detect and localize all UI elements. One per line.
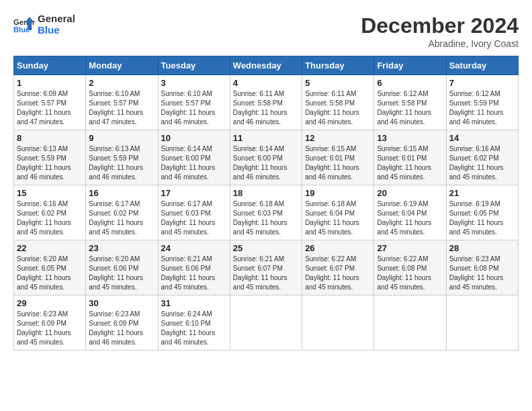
day-number: 2: [89, 78, 154, 88]
calendar-cell: 28 Sunrise: 6:23 AMSunset: 6:08 PMDaylig…: [446, 240, 518, 295]
day-info: Sunrise: 6:11 AMSunset: 5:58 PMDaylight:…: [305, 89, 371, 127]
logo-icon: General Blue: [13, 14, 35, 36]
calendar-cell: 15 Sunrise: 6:16 AMSunset: 6:02 PMDaylig…: [14, 185, 86, 240]
calendar-header-row: SundayMondayTuesdayWednesdayThursdayFrid…: [14, 56, 519, 75]
day-number: 23: [89, 243, 154, 253]
day-info: Sunrise: 6:22 AMSunset: 6:07 PMDaylight:…: [305, 255, 371, 292]
day-info: Sunrise: 6:15 AMSunset: 6:01 PMDaylight:…: [305, 144, 371, 182]
calendar-cell: 31 Sunrise: 6:24 AMSunset: 6:10 PMDaylig…: [158, 295, 230, 351]
day-number: 16: [89, 188, 154, 198]
day-number: 8: [17, 133, 83, 143]
day-number: 7: [449, 78, 515, 88]
calendar-cell: 25 Sunrise: 6:21 AMSunset: 6:07 PMDaylig…: [230, 240, 302, 295]
logo: General Blue General Blue: [13, 13, 75, 36]
calendar-cell: 22 Sunrise: 6:20 AMSunset: 6:05 PMDaylig…: [14, 240, 86, 295]
day-number: 30: [89, 298, 154, 308]
calendar-cell: [374, 295, 446, 351]
day-number: 15: [17, 188, 83, 198]
calendar-cell: 1 Sunrise: 6:09 AMSunset: 5:57 PMDayligh…: [14, 75, 86, 130]
calendar-week-row: 8 Sunrise: 6:13 AMSunset: 5:59 PMDayligh…: [14, 130, 519, 185]
day-info: Sunrise: 6:10 AMSunset: 5:57 PMDaylight:…: [161, 89, 227, 127]
day-info: Sunrise: 6:17 AMSunset: 6:03 PMDaylight:…: [161, 199, 227, 237]
day-header-thursday: Thursday: [302, 56, 374, 75]
day-number: 31: [161, 298, 227, 308]
calendar-cell: 5 Sunrise: 6:11 AMSunset: 5:58 PMDayligh…: [302, 75, 374, 130]
calendar-cell: [230, 295, 302, 351]
calendar-cell: 3 Sunrise: 6:10 AMSunset: 5:57 PMDayligh…: [158, 75, 230, 130]
day-info: Sunrise: 6:19 AMSunset: 6:05 PMDaylight:…: [449, 199, 515, 237]
day-info: Sunrise: 6:23 AMSunset: 6:09 PMDaylight:…: [17, 310, 83, 347]
day-info: Sunrise: 6:12 AMSunset: 5:58 PMDaylight:…: [377, 89, 443, 127]
day-info: Sunrise: 6:13 AMSunset: 5:59 PMDaylight:…: [89, 144, 154, 182]
calendar-cell: 17 Sunrise: 6:17 AMSunset: 6:03 PMDaylig…: [158, 185, 230, 240]
day-number: 20: [377, 188, 443, 198]
calendar-cell: 7 Sunrise: 6:12 AMSunset: 5:59 PMDayligh…: [446, 75, 518, 130]
day-info: Sunrise: 6:16 AMSunset: 6:02 PMDaylight:…: [17, 199, 83, 237]
day-number: 17: [161, 188, 227, 198]
day-info: Sunrise: 6:23 AMSunset: 6:09 PMDaylight:…: [89, 310, 154, 347]
day-number: 24: [161, 243, 227, 253]
day-number: 29: [17, 298, 83, 308]
day-info: Sunrise: 6:24 AMSunset: 6:10 PMDaylight:…: [161, 310, 227, 347]
day-number: 5: [305, 78, 371, 88]
day-info: Sunrise: 6:19 AMSunset: 6:04 PMDaylight:…: [377, 199, 443, 237]
calendar-cell: [446, 295, 518, 351]
calendar-cell: 6 Sunrise: 6:12 AMSunset: 5:58 PMDayligh…: [374, 75, 446, 130]
calendar-cell: 16 Sunrise: 6:17 AMSunset: 6:02 PMDaylig…: [86, 185, 158, 240]
calendar-cell: 27 Sunrise: 6:22 AMSunset: 6:08 PMDaylig…: [374, 240, 446, 295]
logo-text-general: General: [38, 13, 75, 25]
title-block: December 2024 Abradine, Ivory Coast: [361, 13, 519, 49]
page-header: General Blue General Blue December 2024 …: [13, 13, 519, 49]
day-info: Sunrise: 6:10 AMSunset: 5:57 PMDaylight:…: [89, 89, 154, 127]
day-info: Sunrise: 6:20 AMSunset: 6:06 PMDaylight:…: [89, 255, 154, 292]
day-header-saturday: Saturday: [446, 56, 518, 75]
day-info: Sunrise: 6:11 AMSunset: 5:58 PMDaylight:…: [233, 89, 299, 127]
day-info: Sunrise: 6:12 AMSunset: 5:59 PMDaylight:…: [449, 89, 515, 127]
day-number: 4: [233, 78, 299, 88]
day-number: 14: [449, 133, 515, 143]
day-info: Sunrise: 6:23 AMSunset: 6:08 PMDaylight:…: [449, 255, 515, 292]
day-info: Sunrise: 6:21 AMSunset: 6:07 PMDaylight:…: [233, 255, 299, 292]
day-header-tuesday: Tuesday: [158, 56, 230, 75]
day-number: 22: [17, 243, 83, 253]
day-info: Sunrise: 6:14 AMSunset: 6:00 PMDaylight:…: [233, 144, 299, 182]
day-number: 25: [233, 243, 299, 253]
day-number: 9: [89, 133, 154, 143]
calendar-cell: 13 Sunrise: 6:15 AMSunset: 6:01 PMDaylig…: [374, 130, 446, 185]
calendar-cell: 4 Sunrise: 6:11 AMSunset: 5:58 PMDayligh…: [230, 75, 302, 130]
day-info: Sunrise: 6:20 AMSunset: 6:05 PMDaylight:…: [17, 255, 83, 292]
day-number: 13: [377, 133, 443, 143]
day-header-wednesday: Wednesday: [230, 56, 302, 75]
day-number: 3: [161, 78, 227, 88]
day-number: 1: [17, 78, 83, 88]
calendar-cell: 2 Sunrise: 6:10 AMSunset: 5:57 PMDayligh…: [86, 75, 158, 130]
calendar-week-row: 15 Sunrise: 6:16 AMSunset: 6:02 PMDaylig…: [14, 185, 519, 240]
day-header-sunday: Sunday: [14, 56, 86, 75]
calendar-cell: 21 Sunrise: 6:19 AMSunset: 6:05 PMDaylig…: [446, 185, 518, 240]
day-info: Sunrise: 6:17 AMSunset: 6:02 PMDaylight:…: [89, 199, 154, 237]
day-number: 6: [377, 78, 443, 88]
calendar-cell: 19 Sunrise: 6:18 AMSunset: 6:04 PMDaylig…: [302, 185, 374, 240]
day-info: Sunrise: 6:14 AMSunset: 6:00 PMDaylight:…: [161, 144, 227, 182]
calendar-cell: 29 Sunrise: 6:23 AMSunset: 6:09 PMDaylig…: [14, 295, 86, 351]
calendar-cell: 12 Sunrise: 6:15 AMSunset: 6:01 PMDaylig…: [302, 130, 374, 185]
day-number: 18: [233, 188, 299, 198]
day-info: Sunrise: 6:22 AMSunset: 6:08 PMDaylight:…: [377, 255, 443, 292]
day-number: 19: [305, 188, 371, 198]
day-number: 28: [449, 243, 515, 253]
day-header-monday: Monday: [86, 56, 158, 75]
day-info: Sunrise: 6:15 AMSunset: 6:01 PMDaylight:…: [377, 144, 443, 182]
day-info: Sunrise: 6:09 AMSunset: 5:57 PMDaylight:…: [17, 89, 83, 127]
day-info: Sunrise: 6:13 AMSunset: 5:59 PMDaylight:…: [17, 144, 83, 182]
day-info: Sunrise: 6:16 AMSunset: 6:02 PMDaylight:…: [449, 144, 515, 182]
location-subtitle: Abradine, Ivory Coast: [361, 38, 519, 49]
day-number: 11: [233, 133, 299, 143]
svg-text:Blue: Blue: [13, 26, 30, 34]
day-header-friday: Friday: [374, 56, 446, 75]
calendar-cell: 11 Sunrise: 6:14 AMSunset: 6:00 PMDaylig…: [230, 130, 302, 185]
day-info: Sunrise: 6:18 AMSunset: 6:03 PMDaylight:…: [233, 199, 299, 237]
month-year-title: December 2024: [361, 13, 519, 38]
day-number: 10: [161, 133, 227, 143]
calendar-cell: 20 Sunrise: 6:19 AMSunset: 6:04 PMDaylig…: [374, 185, 446, 240]
calendar-cell: 18 Sunrise: 6:18 AMSunset: 6:03 PMDaylig…: [230, 185, 302, 240]
